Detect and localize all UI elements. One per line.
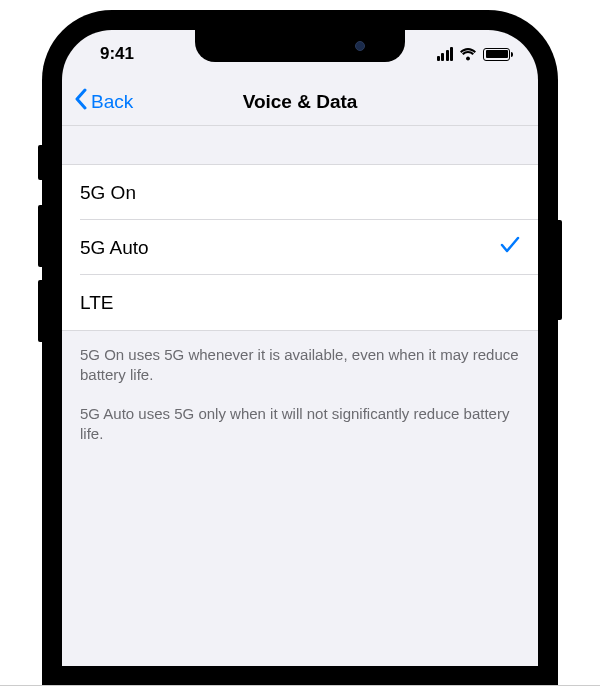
volume-down-button [38, 280, 42, 342]
back-label: Back [91, 91, 133, 113]
status-time: 9:41 [100, 44, 134, 64]
cellular-signal-icon [437, 47, 454, 61]
option-5g-on[interactable]: 5G On [62, 165, 538, 220]
battery-icon [483, 48, 510, 61]
volume-up-button [38, 205, 42, 267]
status-icons [437, 47, 511, 61]
option-lte[interactable]: LTE [62, 275, 538, 330]
phone-frame: 9:41 [42, 10, 558, 686]
power-button [558, 220, 562, 320]
notch [195, 30, 405, 62]
wifi-icon [459, 48, 477, 61]
option-label: 5G Auto [80, 237, 149, 259]
footer-paragraph: 5G On uses 5G whenever it is available, … [80, 345, 520, 386]
screen: 9:41 [62, 30, 538, 666]
section-spacer [62, 126, 538, 164]
back-button[interactable]: Back [74, 88, 133, 115]
front-camera [355, 41, 365, 51]
footer-paragraph: 5G Auto uses 5G only when it will not si… [80, 404, 520, 445]
option-label: 5G On [80, 182, 136, 204]
chevron-left-icon [74, 88, 87, 115]
mute-switch [38, 145, 42, 180]
options-list: 5G On 5G Auto LTE [62, 164, 538, 331]
nav-bar: Back Voice & Data [62, 78, 538, 126]
option-5g-auto[interactable]: 5G Auto [62, 220, 538, 275]
checkmark-icon [500, 236, 520, 259]
page-title: Voice & Data [243, 91, 358, 113]
option-label: LTE [80, 292, 113, 314]
footer-text: 5G On uses 5G whenever it is available, … [62, 331, 538, 444]
